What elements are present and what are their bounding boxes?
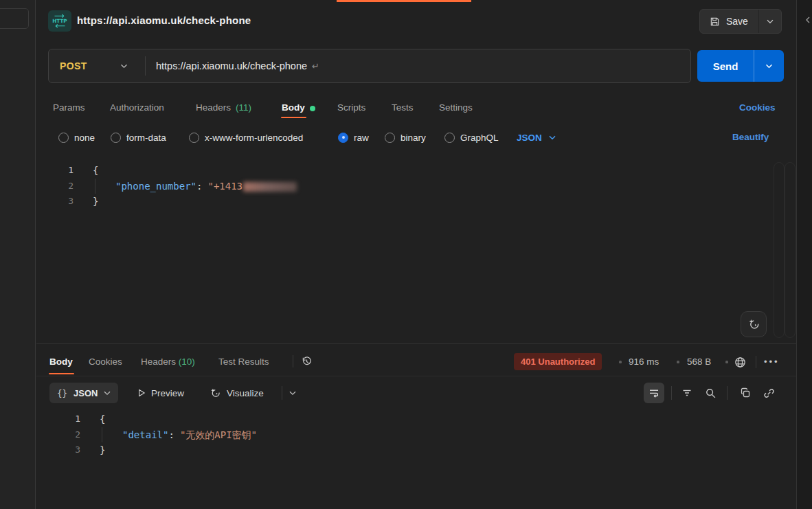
response-headers-count: (10) — [179, 357, 195, 367]
tab-body[interactable]: Body — [282, 96, 315, 120]
api-client-window: HTTP https://api.xiaomu.uk/check-phone S… — [0, 0, 812, 509]
url-input[interactable]: https://api.xiaomu.uk/check-phone↵ — [156, 49, 319, 83]
divider — [671, 386, 672, 400]
save-button-label: Save — [726, 16, 748, 27]
request-body-editor[interactable]: 1 { 2 "phone_number":"+1413 3 } — [36, 163, 778, 210]
url-value: https://api.xiaomu.uk/check-phone — [156, 60, 307, 71]
globe-icon — [734, 356, 747, 369]
url-divider — [145, 56, 146, 76]
enter-hint: ↵ — [312, 61, 319, 71]
indent-guide — [102, 427, 102, 443]
response-tab-body[interactable]: Body — [49, 350, 73, 373]
method-chevron-icon[interactable] — [120, 64, 128, 69]
headers-count: (11) — [236, 96, 251, 120]
body-type-urlencoded[interactable]: x-www-form-urlencoded — [189, 128, 303, 147]
body-type-graphql[interactable]: GraphQL — [444, 128, 499, 147]
wrap-text-button[interactable] — [644, 383, 664, 403]
send-options-button[interactable] — [754, 50, 784, 82]
status-badge[interactable]: 401 Unauthorized — [514, 353, 602, 370]
braces-icon: {} — [57, 388, 67, 398]
network-info-button[interactable] — [732, 354, 747, 370]
send-button-group: Send — [697, 50, 784, 82]
body-type-raw[interactable]: raw — [338, 128, 369, 147]
radio-icon — [444, 133, 455, 143]
scrollbar-track[interactable] — [785, 162, 796, 338]
link-icon — [763, 387, 775, 399]
divider — [727, 386, 728, 400]
response-tab-cookies[interactable]: Cookies — [89, 350, 122, 373]
body-type-binary[interactable]: binary — [385, 128, 426, 147]
right-sidebar-strip — [796, 0, 812, 509]
visualize-sparkle-icon — [210, 387, 221, 399]
response-size[interactable]: 568 B — [687, 353, 711, 370]
code-line: 3 } — [36, 442, 778, 458]
code-line: 2 "detail":"无效的API密钥" — [36, 427, 778, 443]
response-time[interactable]: 916 ms — [629, 353, 659, 370]
method-selector[interactable]: POST — [60, 49, 87, 82]
radio-icon — [189, 133, 199, 143]
chevron-down-icon — [549, 135, 556, 140]
dot-separator — [725, 361, 728, 363]
history-clock-icon — [301, 356, 313, 367]
tab-tests[interactable]: Tests — [392, 96, 414, 120]
copy-icon — [740, 387, 751, 398]
response-tab-headers[interactable]: Headers (10) — [141, 350, 195, 373]
save-button[interactable]: Save — [700, 10, 759, 33]
body-modified-dot — [310, 106, 315, 111]
divider — [282, 386, 282, 400]
code-line: 3 } — [36, 194, 778, 210]
tab-scripts[interactable]: Scripts — [337, 96, 365, 120]
save-icon — [710, 16, 720, 27]
response-history-button[interactable] — [300, 354, 313, 368]
response-body-editor[interactable]: 1 { 2 "detail":"无效的API密钥" 3 } — [36, 411, 778, 458]
search-button[interactable] — [702, 385, 719, 401]
code-line: 1 { — [36, 163, 778, 179]
preview-button[interactable]: Preview — [137, 383, 184, 403]
radio-icon — [385, 133, 395, 143]
chevron-down-icon — [289, 391, 296, 396]
scrollbar-track[interactable] — [774, 162, 785, 338]
tab-settings[interactable]: Settings — [439, 96, 473, 120]
dot-separator — [677, 361, 679, 363]
response-tabs-border — [36, 376, 796, 376]
http-request-icon: HTTP — [48, 10, 71, 32]
sparkle-assistant-icon — [747, 318, 760, 331]
raw-format-select[interactable]: JSON — [517, 128, 556, 147]
save-button-group: Save — [699, 9, 782, 34]
left-sidebar — [0, 0, 36, 509]
filter-icon — [681, 387, 692, 398]
expand-panel-icon[interactable] — [804, 16, 811, 23]
radio-icon — [58, 133, 69, 143]
cookies-link[interactable]: Cookies — [739, 96, 776, 120]
http-icon-label: HTTP — [52, 18, 67, 24]
send-button[interactable]: Send — [697, 50, 754, 82]
beautify-link[interactable]: Beautify — [732, 128, 769, 147]
request-title: https://api.xiaomu.uk/check-phone — [77, 14, 251, 26]
save-options-button[interactable] — [759, 10, 781, 33]
link-button[interactable] — [760, 385, 777, 401]
body-type-form-data[interactable]: form-data — [111, 128, 166, 147]
postbot-button[interactable] — [741, 311, 767, 337]
tab-params[interactable]: Params — [53, 96, 85, 120]
filter-button[interactable] — [679, 385, 695, 401]
active-tab-underline — [281, 117, 306, 118]
wrap-text-icon — [649, 387, 659, 398]
tab-authorization[interactable]: Authorization — [110, 96, 164, 120]
body-type-none[interactable]: none — [58, 128, 95, 147]
response-active-tab-underline — [49, 373, 74, 374]
response-tab-test-results[interactable]: Test Results — [218, 350, 269, 373]
response-options-button[interactable]: ••• — [764, 353, 780, 370]
copy-button[interactable] — [737, 385, 754, 401]
sidebar-collapsed-tab[interactable] — [0, 8, 29, 29]
divider — [293, 355, 293, 367]
indent-guide — [95, 179, 95, 194]
redacted-phone-number — [243, 182, 297, 192]
visualize-button[interactable]: Visualize — [210, 383, 264, 403]
dot-separator — [619, 361, 622, 363]
tab-headers[interactable]: Headers(11) — [196, 96, 251, 120]
visualize-options-button[interactable] — [287, 387, 298, 398]
section-divider[interactable] — [36, 343, 796, 344]
response-format-select[interactable]: {} JSON — [49, 383, 118, 403]
radio-icon-selected — [338, 133, 348, 143]
preview-play-icon — [137, 388, 146, 398]
